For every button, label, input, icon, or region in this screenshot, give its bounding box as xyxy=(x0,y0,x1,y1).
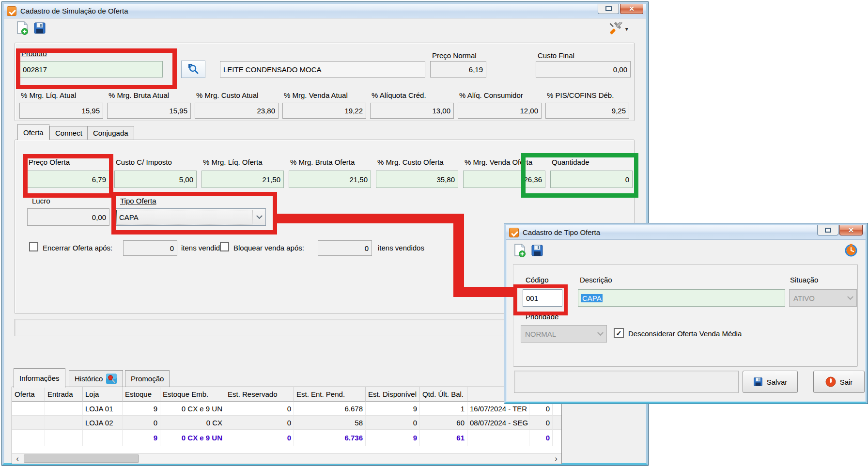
col-estoque-emb[interactable]: Estoque Emb. xyxy=(160,387,225,402)
salvar-button[interactable]: Salvar xyxy=(743,371,798,393)
desktop: Cadastro de Simulação de Oferta ✕ xyxy=(0,0,868,469)
custo-imposto-field[interactable]: 5,00 xyxy=(114,171,197,188)
tipo-status-strip xyxy=(514,371,739,393)
product-search-button[interactable] xyxy=(181,61,205,78)
new-record-button[interactable] xyxy=(16,21,29,36)
exit-icon xyxy=(825,376,836,387)
pushpin-icon xyxy=(106,373,117,385)
produto-code-field[interactable]: 002817 xyxy=(19,61,163,78)
situacao-dropdown: ATIVO xyxy=(789,289,857,307)
app-icon xyxy=(7,6,16,16)
mrg-liq-oferta-field[interactable]: 21,50 xyxy=(202,171,284,188)
save-icon xyxy=(753,377,763,387)
scroll-right-button[interactable]: › xyxy=(551,453,561,464)
lucro-label: Lucro xyxy=(32,197,50,205)
tipo-oferta-window: Cadastro de Tipo Oferta ✕ xyxy=(504,223,868,404)
lucro-field: 0,00 xyxy=(27,208,109,226)
descricao-label: Descrição xyxy=(580,276,612,284)
margin-label: % Alíq. Consumidor xyxy=(458,91,542,99)
table-row[interactable]: LOJA 02 0 0 CX 0 58 0 60 08/07/2024 - SE… xyxy=(12,416,561,430)
col-qtd-ult-bal[interactable]: Qtd. Últ. Bal. xyxy=(420,387,467,402)
bloquear-qty-field[interactable]: 0 xyxy=(318,240,372,256)
col-est-reservado[interactable]: Est. Reservado xyxy=(225,387,294,402)
close-icon: ✕ xyxy=(629,5,635,12)
tab-conjugada[interactable]: Conjugada xyxy=(87,126,134,140)
margin-label: % Mrg. Custo Atual xyxy=(195,91,279,99)
close-icon: ✕ xyxy=(848,227,854,234)
save-button[interactable] xyxy=(530,244,544,258)
new-document-icon xyxy=(16,21,29,35)
preco-oferta-field[interactable]: 6,79 xyxy=(27,171,109,188)
offer-label: % Mrg. Líq. Oferta xyxy=(202,158,284,166)
offer-label: % Mrg. Venda Oferta xyxy=(463,158,545,166)
col-oferta[interactable]: Oferta xyxy=(12,387,45,402)
margin-label: % Mrg. Líq. Atual xyxy=(19,91,103,99)
app-icon xyxy=(509,228,519,237)
selected-text: CAPA xyxy=(581,294,603,302)
main-window-title: Cadastro de Simulação de Oferta xyxy=(20,7,128,15)
col-entrada[interactable]: Entrada xyxy=(45,387,83,402)
sair-button[interactable]: Sair xyxy=(813,371,865,393)
new-record-button[interactable] xyxy=(513,244,527,258)
chevron-down-icon xyxy=(253,209,265,225)
tipo-window-title: Cadastro de Tipo Oferta xyxy=(523,228,600,236)
margin-label: % PIS/COFINS Déb. xyxy=(545,91,629,99)
tab-informacoes[interactable]: Informações xyxy=(14,368,65,388)
mrg-venda-oferta-field[interactable]: 26,36 xyxy=(463,171,545,188)
clock-icon xyxy=(844,243,858,257)
restore-icon xyxy=(605,6,612,11)
descricao-field[interactable]: CAPA xyxy=(578,289,785,307)
tab-oferta[interactable]: Oferta xyxy=(17,124,49,140)
new-document-icon xyxy=(513,244,526,257)
close-button[interactable]: ✕ xyxy=(839,225,863,235)
custo-final-field: 0,00 xyxy=(536,61,631,78)
offer-label: Custo C/ Imposto xyxy=(114,158,197,166)
desconsiderar-label: Desconsiderar Oferta Venda Média xyxy=(628,329,742,338)
tipo-titlebar: Cadastro de Tipo Oferta ✕ xyxy=(506,225,866,240)
offer-label: Preço Oferta xyxy=(27,158,109,166)
restore-icon xyxy=(825,228,831,233)
chevron-down-icon xyxy=(844,290,856,306)
mrg-bruta-oferta-field[interactable]: 21,50 xyxy=(289,171,371,188)
quantidade-field[interactable]: 0 xyxy=(550,171,633,188)
product-name-field: LEITE CONDENSADO MOCA xyxy=(220,61,425,78)
encerrar-oferta-checkbox[interactable] xyxy=(29,242,38,251)
tab-connect[interactable]: Connect xyxy=(49,126,88,140)
situacao-label: Situação xyxy=(790,276,818,284)
custo-final-label: Custo Final xyxy=(538,51,574,60)
close-button[interactable]: ✕ xyxy=(620,4,643,14)
bloquear-venda-checkbox[interactable] xyxy=(220,242,229,251)
margin-labels-row: % Mrg. Líq. Atual % Mrg. Bruta Atual % M… xyxy=(19,91,629,99)
codigo-field[interactable]: 001 xyxy=(523,289,562,307)
tipo-oferta-label: Tipo Oferta xyxy=(120,197,156,205)
col-loja[interactable]: Loja xyxy=(83,387,123,402)
tipo-oferta-dropdown[interactable]: CAPA xyxy=(115,208,266,226)
history-clock-button[interactable] xyxy=(843,243,859,258)
produto-label: Produto xyxy=(21,49,47,58)
bloquear-suffix-label: itens vendidos xyxy=(378,244,424,252)
mrg-custo-oferta-field[interactable]: 35,80 xyxy=(376,171,458,188)
tab-historico[interactable]: Histórico xyxy=(69,370,123,387)
restore-button[interactable] xyxy=(817,225,838,235)
scrollbar-thumb[interactable] xyxy=(24,454,139,463)
table-row[interactable]: LOJA 01 9 0 CX e 9 UN 0 6.678 9 1 16/07/… xyxy=(12,402,561,416)
save-icon xyxy=(33,22,46,34)
col-est-ent-pend[interactable]: Est. Ent. Pend. xyxy=(294,387,366,402)
tools-icon xyxy=(609,22,623,35)
save-button[interactable] xyxy=(33,22,46,35)
restore-button[interactable] xyxy=(598,4,619,14)
bloquear-venda-label: Bloquear venda após: xyxy=(233,244,304,252)
margin-field: 23,80 xyxy=(195,103,279,119)
margin-label: % Mrg. Bruta Atual xyxy=(107,91,191,99)
col-estoque[interactable]: Estoque xyxy=(123,387,160,402)
tools-menu-button[interactable]: ▾ xyxy=(607,22,630,36)
encerrar-qty-field[interactable]: 0 xyxy=(123,240,177,256)
save-icon xyxy=(531,244,543,257)
tab-promocao[interactable]: Promoção xyxy=(125,370,170,387)
preco-normal-field: 6,19 xyxy=(430,61,486,78)
desconsiderar-checkbox[interactable]: ✓ xyxy=(614,328,624,338)
col-est-disponivel[interactable]: Est. Disponível xyxy=(366,387,420,402)
horizontal-scrollbar: ‹ › xyxy=(12,453,561,464)
tools-caret-icon: ▾ xyxy=(625,26,628,32)
scroll-left-button[interactable]: ‹ xyxy=(12,453,23,464)
